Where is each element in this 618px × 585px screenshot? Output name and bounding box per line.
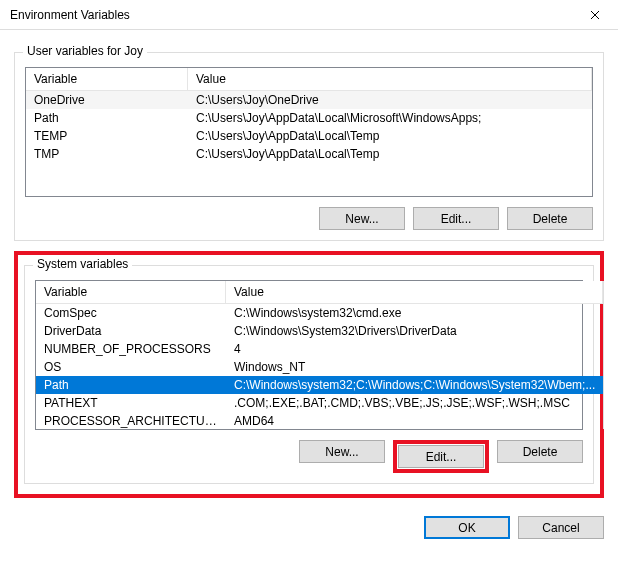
user-variables-legend: User variables for Joy — [23, 44, 147, 58]
cell-value: C:\Windows\System32\Drivers\DriverData — [226, 322, 603, 340]
dialog-buttons-row: OK Cancel — [0, 508, 618, 551]
table-row[interactable]: DriverData C:\Windows\System32\Drivers\D… — [36, 322, 603, 340]
user-delete-button[interactable]: Delete — [507, 207, 593, 230]
ok-button[interactable]: OK — [424, 516, 510, 539]
table-row[interactable]: ComSpec C:\Windows\system32\cmd.exe — [36, 304, 603, 322]
table-row[interactable]: Path C:\Users\Joy\AppData\Local\Microsof… — [26, 109, 592, 127]
window-title: Environment Variables — [10, 8, 130, 22]
cell-value: C:\Users\Joy\AppData\Local\Microsoft\Win… — [188, 109, 592, 127]
cell-value: AMD64 — [226, 412, 603, 430]
cancel-button[interactable]: Cancel — [518, 516, 604, 539]
system-variables-list[interactable]: Variable Value ComSpec C:\Windows\system… — [35, 280, 583, 430]
user-variables-list[interactable]: Variable Value OneDrive C:\Users\Joy\One… — [25, 67, 593, 197]
cell-variable: ComSpec — [36, 304, 226, 322]
table-row[interactable]: TMP C:\Users\Joy\AppData\Local\Temp — [26, 145, 592, 163]
user-header-value[interactable]: Value — [188, 68, 592, 90]
cell-value: Windows_NT — [226, 358, 603, 376]
table-row[interactable]: NUMBER_OF_PROCESSORS 4 — [36, 340, 603, 358]
system-new-button[interactable]: New... — [299, 440, 385, 463]
cell-variable: DriverData — [36, 322, 226, 340]
cell-variable: NUMBER_OF_PROCESSORS — [36, 340, 226, 358]
cell-value: C:\Users\Joy\OneDrive — [188, 91, 592, 109]
cell-variable: OS — [36, 358, 226, 376]
user-edit-button[interactable]: Edit... — [413, 207, 499, 230]
cell-variable: OneDrive — [26, 91, 188, 109]
cell-value: C:\Users\Joy\AppData\Local\Temp — [188, 127, 592, 145]
table-row[interactable]: PROCESSOR_ARCHITECTURE AMD64 — [36, 412, 603, 430]
cell-variable: TEMP — [26, 127, 188, 145]
system-list-header: Variable Value — [36, 281, 603, 304]
cell-variable: Path — [26, 109, 188, 127]
cell-variable: TMP — [26, 145, 188, 163]
user-new-button[interactable]: New... — [319, 207, 405, 230]
table-row[interactable]: OS Windows_NT — [36, 358, 603, 376]
title-bar: Environment Variables — [0, 0, 618, 30]
system-edit-button[interactable]: Edit... — [398, 445, 484, 468]
system-variables-group: System variables Variable Value ComSpec … — [24, 265, 594, 484]
close-button[interactable] — [572, 0, 618, 30]
cell-variable: PROCESSOR_ARCHITECTURE — [36, 412, 226, 430]
cell-variable: Path — [36, 376, 226, 394]
cell-variable: PATHEXT — [36, 394, 226, 412]
system-list-body: ComSpec C:\Windows\system32\cmd.exe Driv… — [36, 304, 603, 430]
cell-value: C:\Windows\system32\cmd.exe — [226, 304, 603, 322]
system-buttons-row: New... Edit... Delete — [35, 440, 583, 473]
cell-value: .COM;.EXE;.BAT;.CMD;.VBS;.VBE;.JS;.JSE;.… — [226, 394, 603, 412]
user-list-header: Variable Value — [26, 68, 592, 91]
table-row[interactable]: OneDrive C:\Users\Joy\OneDrive — [26, 91, 592, 109]
table-row[interactable]: PATHEXT .COM;.EXE;.BAT;.CMD;.VBS;.VBE;.J… — [36, 394, 603, 412]
close-icon — [590, 10, 600, 20]
cell-value: C:\Windows\system32;C:\Windows;C:\Window… — [226, 376, 603, 394]
user-buttons-row: New... Edit... Delete — [25, 207, 593, 230]
table-row[interactable]: TEMP C:\Users\Joy\AppData\Local\Temp — [26, 127, 592, 145]
user-list-body: OneDrive C:\Users\Joy\OneDrive Path C:\U… — [26, 91, 592, 163]
user-variables-group: User variables for Joy Variable Value On… — [14, 52, 604, 241]
cell-value: C:\Users\Joy\AppData\Local\Temp — [188, 145, 592, 163]
system-header-value[interactable]: Value — [226, 281, 603, 303]
system-delete-button[interactable]: Delete — [497, 440, 583, 463]
cell-value: 4 — [226, 340, 603, 358]
system-scrollbar[interactable] — [603, 281, 604, 429]
dialog-content: User variables for Joy Variable Value On… — [0, 30, 618, 508]
table-row[interactable]: Path C:\Windows\system32;C:\Windows;C:\W… — [36, 376, 603, 394]
user-header-variable[interactable]: Variable — [26, 68, 188, 90]
system-edit-highlight: Edit... — [393, 440, 489, 473]
system-variables-legend: System variables — [33, 257, 132, 271]
system-variables-highlight: System variables Variable Value ComSpec … — [14, 251, 604, 498]
system-header-variable[interactable]: Variable — [36, 281, 226, 303]
